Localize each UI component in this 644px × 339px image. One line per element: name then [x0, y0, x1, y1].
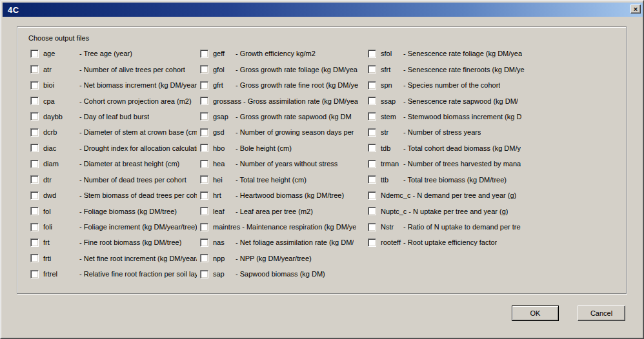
output-desc: - Relative fine root fraction per soil l…: [79, 270, 197, 278]
checkbox-leaf[interactable]: [200, 207, 208, 215]
output-row-dcrb: dcrb- Diameter of stem at crown base (cm: [30, 124, 197, 140]
checkbox-maintres[interactable]: [200, 223, 208, 231]
output-desc: - Root uptake efficiency factor: [403, 238, 497, 246]
checkbox-nas[interactable]: [200, 238, 208, 247]
output-code: bioi: [43, 81, 79, 89]
checkbox-grossass[interactable]: [200, 97, 208, 105]
output-code: maintres: [213, 223, 242, 231]
checkbox-frtrel[interactable]: [30, 270, 39, 278]
groupbox-label: Choose output files: [28, 34, 89, 42]
output-code: grossass: [213, 97, 243, 105]
output-row-maintres: maintres- Maintenance respiration (kg DM…: [200, 219, 363, 235]
checkbox-sap[interactable]: [200, 270, 208, 278]
checkbox-ttb[interactable]: [368, 175, 376, 184]
output-desc: - Diameter at breast height (cm): [79, 160, 179, 168]
checkbox-stem[interactable]: [368, 112, 376, 121]
checkbox-age[interactable]: [30, 50, 39, 58]
checkbox-bioi[interactable]: [30, 81, 39, 90]
checkbox-daybb[interactable]: [30, 112, 39, 121]
close-button[interactable]: ×: [630, 5, 641, 14]
output-code: nas: [213, 238, 236, 246]
checkbox-gfol[interactable]: [200, 65, 208, 73]
output-desc: - Day of leaf bud burst: [79, 113, 149, 121]
titlebar[interactable]: 4C ×: [3, 3, 643, 17]
checkbox-foli[interactable]: [30, 223, 39, 231]
output-code: Ndemc_c: [381, 191, 412, 199]
checkbox-sfol[interactable]: [368, 50, 376, 58]
output-row-tdb: tdb- Total cohort dead biomass (kg DM/y: [368, 140, 547, 156]
output-desc: - Total cohort dead biomass (kg DM/y: [403, 144, 521, 152]
output-desc: - Net fine root increment (kg DM/year/tr: [79, 255, 197, 262]
checkbox-npp[interactable]: [200, 254, 208, 262]
checkbox-Nstr[interactable]: [368, 223, 376, 231]
checkbox-frt[interactable]: [30, 238, 39, 247]
checkbox-hei[interactable]: [200, 175, 208, 184]
output-desc: - Senescence rate foliage (kg DM/yea: [403, 50, 522, 57]
output-row-hea: hea- Number of years without stress: [200, 156, 363, 171]
output-desc: - Number of years without stress: [236, 160, 337, 168]
output-row-dtr: dtr- Number of dead trees per cohort: [30, 172, 197, 188]
window-title: 4C: [3, 5, 19, 15]
checkbox-trman[interactable]: [368, 160, 376, 168]
checkbox-dcrb[interactable]: [30, 128, 39, 137]
output-desc: - N demand per tree and year (g): [412, 191, 516, 199]
output-desc: - Diameter of stem at crown base (cm: [79, 128, 197, 136]
checkbox-Nuptc_c[interactable]: [368, 207, 376, 215]
checkbox-str[interactable]: [368, 128, 376, 137]
checkbox-diac[interactable]: [30, 144, 39, 152]
checkbox-ssap[interactable]: [368, 97, 376, 105]
output-code: frt: [43, 238, 79, 246]
output-row-atr: atr- Number of alive trees per cohort: [30, 61, 197, 77]
output-code: trman: [381, 160, 403, 168]
checkbox-hbo[interactable]: [200, 144, 208, 152]
output-desc: - Number of growing season days per: [236, 128, 354, 136]
checkbox-diam[interactable]: [30, 160, 39, 168]
output-row-leaf: leaf- Leaf area per tree (m2): [200, 203, 363, 218]
checkbox-cpa[interactable]: [30, 97, 39, 105]
output-desc: - Foliage biomass (kg DM/tree): [79, 208, 177, 215]
checkbox-hrt[interactable]: [200, 191, 208, 200]
output-row-bioi: bioi- Net biomass increment (kg DM/year): [30, 77, 197, 93]
output-code: rooteff: [381, 238, 403, 246]
checkbox-Ndemc_c[interactable]: [368, 191, 376, 200]
output-desc: - N uptake per tree and year (g): [408, 208, 508, 215]
checkbox-spn[interactable]: [368, 81, 376, 90]
output-desc: - Net foliage assimilation rate (kg DM/: [236, 238, 354, 246]
output-code: Nuptc_c: [381, 208, 408, 215]
checkbox-sfrt[interactable]: [368, 65, 376, 73]
checkbox-tdb[interactable]: [368, 144, 376, 152]
output-row-ttb: ttb- Total tree biomass (kg DM/tree): [368, 172, 547, 188]
output-code: hea: [213, 160, 236, 168]
output-desc: - Fine root biomass (kg DM/tree): [79, 238, 181, 246]
output-desc: - Gross growth rate sapwood (kg DM: [236, 113, 352, 121]
output-row-gfrt: gfrt- Gross growth rate fine root (kg DM…: [200, 77, 363, 93]
output-code: sap: [213, 270, 236, 278]
output-desc: - Number of alive trees per cohort: [79, 66, 185, 73]
checkbox-atr[interactable]: [30, 65, 39, 73]
checkbox-fol[interactable]: [30, 207, 39, 215]
checkbox-hea[interactable]: [200, 160, 208, 168]
output-row-str: str- Number of stress years: [368, 124, 547, 140]
checkbox-gsd[interactable]: [200, 128, 208, 137]
ok-button[interactable]: OK: [512, 305, 559, 321]
output-desc: - Sapwood biomass (kg DM): [236, 270, 325, 278]
output-row-stem: stem- Stemwood biomass increment (kg D: [368, 109, 547, 124]
checkbox-dtr[interactable]: [30, 175, 39, 184]
output-desc: - Maintenance respiration (kg DM/ye: [242, 223, 356, 231]
output-code: tdb: [381, 144, 403, 152]
checkbox-gfrt[interactable]: [200, 81, 208, 90]
checkbox-gsap[interactable]: [200, 112, 208, 121]
output-code: sfrt: [381, 66, 403, 73]
output-row-hbo: hbo- Bole height (cm): [200, 140, 363, 156]
output-code: ssap: [381, 97, 403, 105]
checkbox-geff[interactable]: [200, 50, 208, 58]
checkbox-frti[interactable]: [30, 254, 39, 262]
output-row-frtrel: frtrel- Relative fine root fraction per …: [30, 266, 197, 282]
output-desc: - Number of dead trees per cohort: [79, 176, 186, 184]
checkbox-dwd[interactable]: [30, 191, 39, 200]
output-row-gsd: gsd- Number of growing season days per: [200, 124, 363, 140]
checkbox-rooteff[interactable]: [368, 238, 376, 247]
cancel-button[interactable]: Cancel: [578, 305, 625, 321]
output-desc: - Leaf area per tree (m2): [236, 208, 313, 215]
output-desc: - Heartwood biomass (kg DM/tree): [236, 191, 344, 199]
